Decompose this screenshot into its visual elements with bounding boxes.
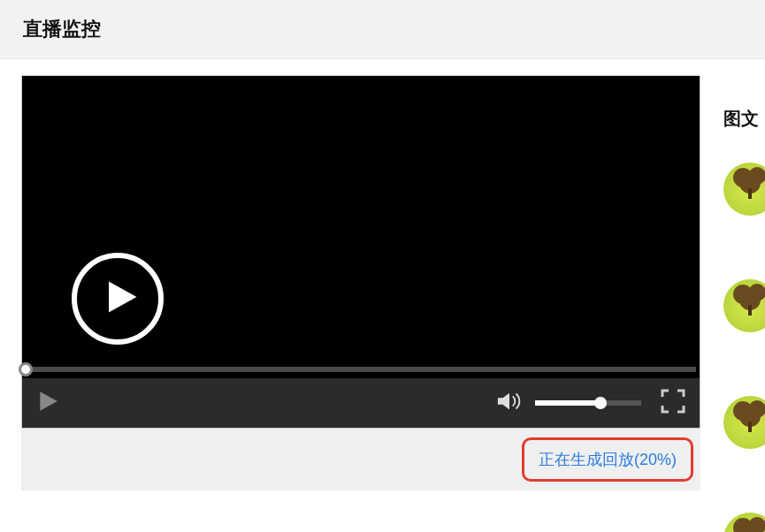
video-player xyxy=(21,75,700,429)
avatar[interactable] xyxy=(723,513,765,532)
tree-icon xyxy=(731,515,765,532)
volume-fill xyxy=(535,400,601,406)
sidebar-title: 图文 xyxy=(723,107,765,131)
avatar[interactable] xyxy=(723,396,765,449)
fullscreen-icon xyxy=(661,389,685,417)
play-icon xyxy=(36,390,59,416)
page-title: 直播监控 xyxy=(23,16,742,42)
svg-rect-11 xyxy=(748,422,752,432)
content-area: 正在生成回放(20%) 图文 xyxy=(0,59,765,532)
page-header: 直播监控 xyxy=(0,0,765,59)
play-button[interactable] xyxy=(36,390,59,416)
progress-handle[interactable] xyxy=(19,362,33,376)
tree-icon xyxy=(731,399,765,437)
volume-icon xyxy=(496,390,523,416)
big-play-button[interactable] xyxy=(72,253,164,345)
replay-status-text[interactable]: 正在生成回放(20%) xyxy=(539,451,677,468)
tree-icon xyxy=(731,282,765,321)
volume-button[interactable] xyxy=(496,390,523,416)
sidebar-column: 图文 xyxy=(723,75,765,532)
volume-slider[interactable] xyxy=(535,400,641,406)
avatar[interactable] xyxy=(723,163,765,216)
video-column: 正在生成回放(20%) xyxy=(21,75,700,532)
avatar[interactable] xyxy=(723,279,765,332)
progress-track[interactable] xyxy=(26,367,696,372)
progress-bar[interactable] xyxy=(22,361,700,378)
replay-status-highlight: 正在生成回放(20%) xyxy=(522,437,693,482)
volume-knob[interactable] xyxy=(594,397,607,409)
video-controls xyxy=(22,378,700,428)
tree-icon xyxy=(731,165,765,204)
play-icon xyxy=(96,278,140,319)
svg-rect-7 xyxy=(748,305,752,315)
svg-rect-3 xyxy=(748,188,752,199)
video-status-bar: 正在生成回放(20%) xyxy=(21,429,700,490)
fullscreen-button[interactable] xyxy=(661,389,685,417)
